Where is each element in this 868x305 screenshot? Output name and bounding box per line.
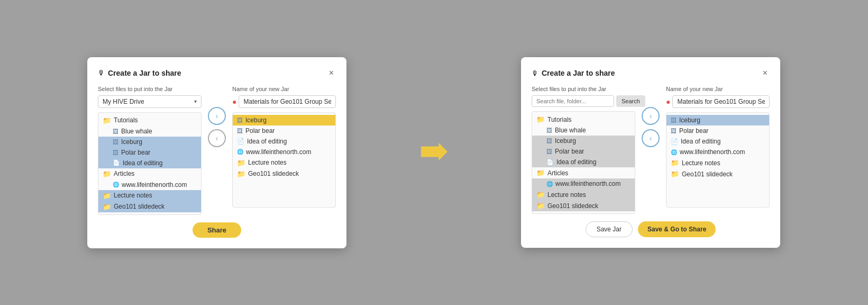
right-save-jar-button[interactable]: Save Jar bbox=[586, 221, 633, 237]
left-tree-label-iceburg: Iceburg bbox=[121, 138, 142, 146]
left-jar-item-website[interactable]: 🌐 www.lifeinthenorth.com bbox=[233, 147, 335, 157]
right-title-row: 🎙 Create a Jar to share bbox=[532, 69, 615, 77]
left-tree-label-blue-whale: Blue whale bbox=[121, 128, 152, 135]
right-save-go-button[interactable]: Save & Go to Share bbox=[638, 221, 716, 237]
right-jar-panel: Name of your new Jar ● 🖼 Iceburg 🖼 Polar… bbox=[666, 86, 770, 208]
folder-icon: 📁 bbox=[671, 159, 679, 167]
left-jar-item-iceburg[interactable]: 🖼 Iceburg bbox=[233, 115, 335, 125]
right-mic-icon: 🎙 bbox=[532, 69, 538, 77]
left-tree-label-polar-bear: Polar bear bbox=[121, 149, 150, 156]
left-dialog-title: Create a Jar to share bbox=[108, 69, 181, 77]
left-tree-item-articles[interactable]: 📁 Articles bbox=[98, 168, 201, 180]
right-jar-name-input[interactable] bbox=[672, 95, 770, 108]
image-icon: 🖼 bbox=[237, 117, 243, 123]
right-jar-item-lecture-notes[interactable]: 📁 Lecture notes bbox=[666, 157, 769, 168]
doc-icon: 📄 bbox=[671, 138, 678, 145]
right-jar-item-polar-bear[interactable]: 🖼 Polar bear bbox=[666, 125, 769, 136]
left-tree-label-lecture-notes: Lecture notes bbox=[114, 192, 152, 199]
left-forward-btn[interactable]: › bbox=[208, 107, 226, 125]
left-tree-item-polar-bear[interactable]: 🖼 Polar bear bbox=[98, 147, 201, 158]
doc-icon: 📄 bbox=[113, 159, 120, 166]
folder-icon: 📁 bbox=[237, 170, 245, 178]
left-required-dot: ● bbox=[232, 98, 236, 105]
folder-icon: 📁 bbox=[536, 169, 545, 177]
left-transfer-col: › ‹ bbox=[208, 86, 226, 147]
folder-icon: 📁 bbox=[103, 192, 111, 200]
right-tree-label-geo101: Geo101 slidedeck bbox=[547, 202, 598, 210]
right-back-btn[interactable]: ‹ bbox=[642, 129, 660, 147]
left-tree-label-geo101: Geo101 slidedeck bbox=[114, 203, 165, 210]
right-jar-label-polar-bear: Polar bear bbox=[679, 127, 708, 134]
image-icon: 🖼 bbox=[113, 128, 118, 134]
web-icon: 🌐 bbox=[671, 149, 677, 155]
left-jar-label: Name of your new Jar bbox=[232, 86, 336, 92]
left-jar-list: 🖼 Iceburg 🖼 Polar bear 📄 Idea of editing bbox=[232, 112, 336, 208]
left-tree-item-website[interactable]: 🌐 www.lifeinthenorth.com bbox=[98, 180, 201, 190]
doc-icon: 📄 bbox=[546, 159, 554, 166]
left-share-button[interactable]: Share bbox=[193, 222, 241, 238]
left-drive-dropdown[interactable]: My HIVE Drive ▾ bbox=[98, 95, 202, 108]
left-dialog-body: Select files to put into the Jar My HIVE… bbox=[98, 86, 336, 215]
right-search-button[interactable]: Search bbox=[616, 95, 645, 107]
left-tree-item-idea-editing[interactable]: 📄 Idea of editing bbox=[98, 158, 201, 168]
folder-icon: 📁 bbox=[536, 191, 545, 199]
right-tree-item-iceburg[interactable]: 🖼 Iceburg bbox=[532, 136, 635, 146]
right-jar-item-website[interactable]: 🌐 www.lifeinthenorth.com bbox=[666, 147, 769, 157]
left-jar-name-input[interactable] bbox=[239, 95, 336, 108]
right-dialog-footer: Save Jar Save & Go to Share bbox=[532, 221, 770, 237]
left-jar-label-iceburg: Iceburg bbox=[245, 116, 267, 124]
right-forward-btn[interactable]: › bbox=[642, 107, 660, 125]
right-tree-item-blue-whale[interactable]: 🖼 Blue whale bbox=[532, 125, 635, 136]
image-icon: 🖼 bbox=[671, 128, 677, 134]
left-dialog-footer: Share bbox=[98, 222, 336, 238]
right-jar-label-idea-editing: Idea of editing bbox=[681, 138, 720, 145]
right-tree-item-website[interactable]: 🌐 www.lifeinthenorth.com bbox=[532, 178, 635, 189]
folder-icon: 📁 bbox=[536, 115, 545, 123]
left-title-row: 🎙 Create a Jar to share bbox=[98, 69, 181, 77]
left-tree-item-tutorials[interactable]: 📁 Tutorials bbox=[98, 115, 201, 126]
folder-icon: 📁 bbox=[103, 116, 111, 124]
right-close-button[interactable]: × bbox=[761, 68, 770, 78]
right-tree-item-geo101[interactable]: 📁 Geo101 slidedeck bbox=[532, 200, 635, 211]
left-tree-item-blue-whale[interactable]: 🖼 Blue whale bbox=[98, 126, 201, 137]
left-jar-item-geo101[interactable]: 📁 Geo101 slidedeck bbox=[233, 168, 335, 180]
left-back-btn[interactable]: ‹ bbox=[208, 129, 226, 147]
left-half: 🎙 Create a Jar to share × Select files t… bbox=[0, 0, 434, 305]
right-tree-item-articles[interactable]: 📁 Articles bbox=[532, 167, 635, 178]
image-icon: 🖼 bbox=[113, 149, 118, 156]
right-half: 🎙 Create a Jar to share × Select files t… bbox=[434, 0, 867, 305]
right-jar-item-geo101[interactable]: 📁 Geo101 slidedeck bbox=[666, 168, 769, 180]
folder-icon: 📁 bbox=[103, 170, 111, 178]
left-tree-item-geo101[interactable]: 📁 Geo101 slidedeck bbox=[98, 201, 201, 212]
image-icon: 🖼 bbox=[546, 148, 552, 155]
right-tree-item-tutorials[interactable]: 📁 Tutorials bbox=[532, 114, 635, 125]
left-close-button[interactable]: × bbox=[327, 68, 336, 78]
right-search-input[interactable] bbox=[532, 95, 614, 107]
right-file-tree: 📁 Tutorials 🖼 Blue whale 🖼 Iceburg bbox=[532, 111, 635, 214]
right-jar-label-geo101: Geo101 slidedeck bbox=[682, 171, 733, 178]
image-icon: 🖼 bbox=[113, 139, 118, 145]
right-jar-item-iceburg[interactable]: 🖼 Iceburg bbox=[666, 115, 769, 125]
svg-marker-0 bbox=[421, 143, 447, 160]
left-tree-label-articles: Articles bbox=[114, 170, 134, 177]
left-tree-label-idea-editing: Idea of editing bbox=[123, 159, 162, 167]
left-file-panel: Select files to put into the Jar My HIVE… bbox=[98, 86, 202, 215]
image-icon: 🖼 bbox=[546, 138, 552, 144]
right-jar-label-iceburg: Iceburg bbox=[679, 116, 700, 124]
right-tree-item-lecture-notes[interactable]: 📁 Lecture notes bbox=[532, 189, 635, 200]
right-panel-label: Select files to put into the Jar bbox=[532, 86, 635, 92]
left-tree-item-lecture-notes[interactable]: 📁 Lecture notes bbox=[98, 190, 201, 201]
right-tree-item-polar-bear[interactable]: 🖼 Polar bear bbox=[532, 146, 635, 157]
doc-icon: 📄 bbox=[237, 138, 244, 145]
folder-icon: 📁 bbox=[671, 170, 679, 178]
right-jar-item-idea-editing[interactable]: 📄 Idea of editing bbox=[666, 136, 769, 147]
left-jar-item-polar-bear[interactable]: 🖼 Polar bear bbox=[233, 125, 335, 136]
left-jar-item-lecture-notes[interactable]: 📁 Lecture notes bbox=[233, 157, 335, 168]
right-jar-label-lecture-notes: Lecture notes bbox=[682, 159, 720, 167]
left-tree-item-iceburg[interactable]: 🖼 Iceburg bbox=[98, 137, 201, 147]
left-jar-item-idea-editing[interactable]: 📄 Idea of editing bbox=[233, 136, 335, 147]
right-tree-label-tutorials: Tutorials bbox=[547, 116, 572, 123]
right-tree-label-website: www.lifeinthenorth.com bbox=[555, 180, 620, 187]
right-tree-item-idea-editing[interactable]: 📄 Idea of editing bbox=[532, 157, 635, 167]
left-jar-label-polar-bear: Polar bear bbox=[245, 127, 275, 134]
